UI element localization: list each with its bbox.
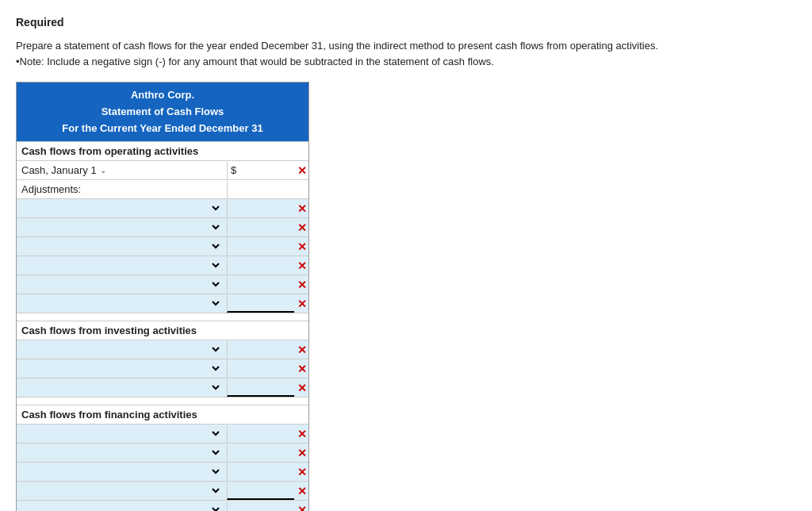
input-op-5[interactable] — [231, 279, 291, 290]
row-fin-2: ✕ — [17, 443, 308, 462]
input-inv-2[interactable] — [231, 363, 291, 375]
x-mark-op-4[interactable]: ✕ — [294, 259, 308, 272]
row-value-op-3[interactable] — [227, 238, 294, 256]
header-period: For the Current Year Ended December 31 — [20, 121, 305, 137]
cash-flow-table: Anthro Corp. Statement of Cash Flows For… — [16, 82, 309, 511]
row-label-adjustments: Adjustments: — [17, 182, 227, 197]
select-op-4[interactable] — [31, 259, 222, 272]
row-label-fin-1 — [17, 425, 227, 442]
x-mark-fin-4[interactable]: ✕ — [294, 485, 308, 498]
x-mark-op-6[interactable]: ✕ — [294, 298, 308, 310]
row-value-fin-5[interactable] — [227, 501, 294, 511]
input-op-2[interactable] — [231, 221, 291, 233]
row-value-cash-jan1[interactable]: $ — [227, 162, 294, 179]
section-label-operating: Cash flows from operating activities — [17, 141, 308, 160]
row-op-2: ✕ — [17, 217, 308, 236]
select-op-1[interactable] — [31, 202, 222, 215]
row-inv-3: ✕ — [17, 378, 308, 397]
row-value-inv-1[interactable] — [227, 341, 294, 359]
select-fin-5[interactable] — [31, 503, 222, 511]
input-cash-jan1[interactable] — [238, 164, 291, 176]
instructions-line1: Prepare a statement of cash flows for th… — [16, 38, 796, 54]
row-inv-1: ✕ — [17, 340, 308, 359]
row-fin-1: ✕ — [17, 424, 308, 443]
input-op-4[interactable] — [231, 259, 291, 271]
input-inv-3[interactable] — [231, 381, 291, 393]
row-value-op-5[interactable] — [227, 276, 294, 294]
row-value-fin-1[interactable] — [227, 425, 294, 443]
select-fin-3[interactable] — [31, 465, 222, 478]
x-mark-op-5[interactable]: ✕ — [294, 279, 308, 291]
adjustments-text: Adjustments: — [21, 183, 81, 195]
row-value-fin-3[interactable] — [227, 463, 294, 481]
spacer-investing-financing — [17, 397, 308, 405]
row-value-inv-3[interactable] — [227, 379, 294, 397]
select-fin-1[interactable] — [31, 427, 222, 440]
row-label-fin-3 — [17, 463, 227, 480]
input-op-3[interactable] — [231, 240, 291, 252]
row-label-inv-2 — [17, 360, 227, 377]
x-mark-inv-3[interactable]: ✕ — [294, 382, 308, 394]
row-label-op-1 — [17, 200, 227, 217]
row-adjustments: Adjustments: — [17, 179, 308, 198]
row-op-1: ✕ — [17, 198, 308, 217]
x-mark-op-2[interactable]: ✕ — [294, 221, 308, 234]
row-label-op-2 — [17, 219, 227, 236]
row-fin-5: ✕ — [17, 500, 308, 511]
row-label-op-5 — [17, 276, 227, 293]
section-label-investing: Cash flows from investing activities — [17, 321, 308, 340]
row-label-fin-4 — [17, 482, 227, 499]
input-fin-1[interactable] — [231, 428, 291, 440]
header-statement: Statement of Cash Flows — [20, 104, 305, 121]
x-mark-fin-5[interactable]: ✕ — [294, 504, 308, 511]
select-op-2[interactable] — [31, 221, 222, 234]
row-label-op-4 — [17, 257, 227, 274]
input-fin-3[interactable] — [231, 466, 291, 478]
select-inv-3[interactable] — [31, 381, 222, 394]
section-label-financing: Cash flows from financing activities — [17, 405, 308, 424]
instructions-line2: •Note: Include a negative sign (-) for a… — [16, 54, 796, 70]
x-mark-cash-jan1[interactable]: ✕ — [294, 164, 308, 177]
row-value-inv-2[interactable] — [227, 360, 294, 378]
x-mark-fin-3[interactable]: ✕ — [294, 466, 308, 478]
row-op-5: ✕ — [17, 275, 308, 294]
select-inv-1[interactable] — [31, 343, 222, 356]
select-op-6[interactable] — [31, 297, 222, 310]
row-value-fin-4[interactable] — [227, 482, 294, 500]
x-mark-inv-1[interactable]: ✕ — [294, 344, 308, 356]
chevron-icon-cash-jan1[interactable]: ⌄ — [100, 166, 106, 175]
x-mark-fin-1[interactable]: ✕ — [294, 428, 308, 440]
row-label-op-6 — [17, 295, 227, 312]
row-op-6: ✕ — [17, 294, 308, 313]
row-value-op-2[interactable] — [227, 219, 294, 236]
required-title: Required — [16, 16, 796, 29]
select-inv-2[interactable] — [31, 362, 222, 375]
row-value-op-4[interactable] — [227, 257, 294, 275]
row-label-inv-3 — [17, 379, 227, 396]
x-mark-op-3[interactable]: ✕ — [294, 240, 308, 253]
spacer-operating-investing — [17, 313, 308, 321]
row-value-fin-2[interactable] — [227, 444, 294, 462]
select-op-5[interactable] — [31, 278, 222, 291]
row-value-op-6[interactable] — [227, 295, 294, 313]
x-mark-inv-2[interactable]: ✕ — [294, 363, 308, 375]
input-fin-2[interactable] — [231, 447, 291, 459]
cash-jan1-text: Cash, January 1 — [21, 164, 97, 176]
table-header: Anthro Corp. Statement of Cash Flows For… — [17, 83, 308, 141]
row-cash-jan1: Cash, January 1 ⌄ $ ✕ — [17, 160, 308, 179]
select-fin-4[interactable] — [31, 484, 222, 498]
select-op-3[interactable] — [31, 240, 222, 253]
row-inv-2: ✕ — [17, 359, 308, 378]
input-op-1[interactable] — [231, 202, 291, 214]
dollar-sign-cash-jan1: $ — [231, 164, 236, 176]
row-value-op-1[interactable] — [227, 200, 294, 217]
x-mark-fin-2[interactable]: ✕ — [294, 447, 308, 459]
x-mark-op-1[interactable]: ✕ — [294, 202, 308, 215]
input-op-6[interactable] — [231, 297, 291, 309]
input-inv-1[interactable] — [231, 344, 291, 355]
row-label-op-3 — [17, 238, 227, 255]
input-fin-5[interactable] — [231, 504, 291, 511]
row-label-fin-5 — [17, 501, 227, 511]
input-fin-4[interactable] — [231, 484, 291, 496]
select-fin-2[interactable] — [31, 446, 222, 459]
